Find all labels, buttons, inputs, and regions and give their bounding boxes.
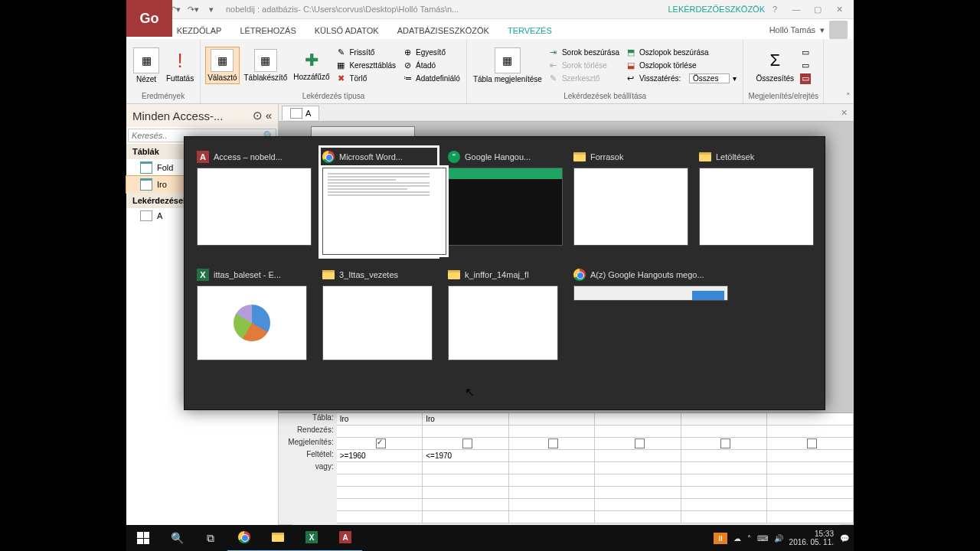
append-button[interactable]: ✚Hozzáfűző bbox=[292, 48, 331, 83]
grid-cell[interactable] bbox=[681, 462, 768, 474]
append-icon: ✚ bbox=[301, 50, 322, 71]
task-view-icon[interactable]: ⧉ bbox=[194, 525, 227, 551]
grid-cell[interactable] bbox=[681, 413, 768, 425]
tray-action-center-icon[interactable]: 💬 bbox=[840, 534, 849, 543]
grid-show-checkbox[interactable] bbox=[595, 438, 681, 450]
collapse-ribbon-icon[interactable]: ˄ bbox=[846, 92, 851, 102]
grid-cell[interactable] bbox=[337, 462, 423, 474]
switch-item-folder-ittas[interactable]: 3_Ittas_vezetes bbox=[322, 267, 436, 360]
grid-cell[interactable] bbox=[681, 425, 768, 438]
close-icon[interactable]: ✕ bbox=[829, 5, 849, 15]
table-names-button[interactable]: ▭ bbox=[799, 73, 812, 85]
user-account[interactable]: Holló Tamás ▾ bbox=[769, 21, 854, 39]
grid-cell[interactable]: Iro bbox=[423, 413, 509, 425]
query-design-grid[interactable]: Tábla: Iro Iro Rendezés: bbox=[279, 412, 854, 536]
switch-item-word[interactable]: Microsoft Word... bbox=[322, 149, 436, 255]
start-button[interactable] bbox=[126, 525, 160, 551]
maximize-icon[interactable]: ▢ bbox=[808, 5, 828, 15]
taskbar-access[interactable]: A bbox=[328, 524, 362, 551]
tray-clock[interactable]: 15:33 2016. 05. 11. bbox=[789, 530, 834, 546]
grid-cell[interactable] bbox=[337, 425, 423, 438]
tab-database-tools[interactable]: ADATBÁZISESZKÖZÖK bbox=[388, 22, 498, 39]
switch-item-folder-kinffor[interactable]: k_inffor_14maj_fl bbox=[448, 267, 561, 360]
view-button[interactable]: ▦Nézet bbox=[131, 46, 162, 85]
folder-icon bbox=[322, 269, 335, 281]
grid-show-checkbox[interactable] bbox=[681, 438, 768, 450]
grid-cell[interactable] bbox=[767, 425, 854, 438]
grid-cell[interactable] bbox=[767, 413, 854, 425]
tray-chevron-icon[interactable]: ˄ bbox=[747, 534, 751, 543]
grid-show-checkbox[interactable] bbox=[509, 438, 596, 450]
doc-tab-a[interactable]: A bbox=[282, 106, 319, 120]
datadef-query-button[interactable]: ≔Adatdefiniáló bbox=[400, 73, 462, 85]
show-table-button[interactable]: ▦Tábla megjelenítése bbox=[472, 46, 544, 85]
grid-show-checkbox[interactable] bbox=[767, 438, 854, 450]
tray-notification-icon[interactable]: ⏸ bbox=[714, 533, 727, 544]
grid-cell[interactable] bbox=[767, 462, 854, 474]
switch-item-hangouts-popup[interactable]: A(z) Google Hangouts mego... bbox=[573, 267, 727, 360]
nav-header[interactable]: Minden Access-... ⊙ « bbox=[126, 104, 278, 127]
select-query-button[interactable]: ▦Választó bbox=[205, 47, 239, 84]
qat-customize-icon[interactable]: ▾ bbox=[204, 2, 218, 16]
switch-item-letoltesek[interactable]: Letöltések bbox=[699, 149, 812, 255]
tray-onedrive-icon[interactable]: ☁ bbox=[733, 534, 741, 543]
grid-cell[interactable] bbox=[509, 450, 596, 462]
maketable-button[interactable]: ▦Táblakészítő bbox=[243, 47, 289, 83]
union-query-button[interactable]: ⊕Egyesítő bbox=[400, 47, 462, 59]
grid-cell[interactable]: Iro bbox=[337, 413, 423, 425]
crosstab-query-button[interactable]: ▦Kereszttáblás bbox=[334, 60, 397, 72]
tray-volume-icon[interactable]: 🔊 bbox=[774, 534, 783, 543]
help-icon[interactable]: ? bbox=[765, 5, 785, 15]
grid-cell[interactable] bbox=[595, 413, 681, 425]
grid-cell[interactable] bbox=[509, 425, 596, 438]
taskbar-explorer[interactable] bbox=[261, 524, 295, 551]
return-value[interactable]: Összes bbox=[689, 73, 730, 83]
grid-cell[interactable] bbox=[595, 450, 681, 462]
delete-cols-button[interactable]: ⬓Oszlopok törlése bbox=[624, 60, 738, 72]
grid-cell[interactable] bbox=[595, 425, 681, 438]
switch-item-hangouts[interactable]: "Google Hangou... bbox=[448, 149, 561, 255]
grid-cell[interactable] bbox=[509, 462, 596, 474]
builder-button[interactable]: ✎Szerkesztő bbox=[547, 73, 621, 85]
property-sheet-button[interactable]: ▭ bbox=[799, 60, 812, 72]
grid-show-checkbox[interactable] bbox=[423, 438, 509, 450]
run-button[interactable]: !Futtatás bbox=[165, 47, 195, 84]
grid-cell[interactable] bbox=[767, 450, 854, 462]
tab-home[interactable]: KEZDŐLAP bbox=[168, 22, 231, 39]
nav-collapse-icon[interactable]: « bbox=[266, 109, 272, 122]
delete-query-button[interactable]: ✖Törlő bbox=[334, 73, 397, 85]
chrome-icon bbox=[238, 531, 250, 543]
taskbar-chrome[interactable] bbox=[227, 524, 261, 551]
grid-cell[interactable] bbox=[595, 462, 681, 474]
insert-cols-button[interactable]: ⬒Oszlopok beszúrása bbox=[624, 47, 738, 59]
tab-external-data[interactable]: KÜLSŐ ADATOK bbox=[305, 22, 388, 39]
delete-rows-icon: ⇤ bbox=[548, 60, 559, 71]
switch-item-excel[interactable]: Xittas_baleset - E... bbox=[197, 267, 310, 360]
grid-cell[interactable] bbox=[423, 425, 509, 438]
taskbar-search-icon[interactable]: 🔍 bbox=[160, 525, 194, 551]
grid-cell[interactable] bbox=[423, 462, 509, 474]
switch-item-access[interactable]: AAccess – nobeld... bbox=[197, 149, 310, 255]
parameters-button[interactable]: ▭ bbox=[799, 47, 812, 59]
tab-create[interactable]: LÉTREHOZÁS bbox=[230, 22, 305, 39]
update-query-button[interactable]: ✎Frissítő bbox=[334, 47, 397, 59]
passthrough-query-button[interactable]: ⊘Átadó bbox=[400, 60, 462, 72]
tab-design[interactable]: TERVEZÉS bbox=[498, 22, 561, 39]
delete-rows-button[interactable]: ⇤Sorok törlése bbox=[547, 60, 621, 72]
system-tray[interactable]: ⏸ ☁ ˄ ⌨ 🔊 15:33 2016. 05. 11. 💬 bbox=[714, 530, 854, 546]
taskbar-excel[interactable]: X bbox=[295, 524, 328, 551]
grid-criteria-cell[interactable]: <=1970 bbox=[423, 450, 509, 462]
grid-cell[interactable] bbox=[681, 450, 768, 462]
switch-item-forrasok[interactable]: Forrasok bbox=[573, 149, 687, 255]
totals-button[interactable]: ΣÖsszesítés bbox=[755, 47, 795, 84]
grid-criteria-cell[interactable]: >=1960 bbox=[337, 450, 423, 462]
doc-tab-close-icon[interactable]: ✕ bbox=[835, 108, 854, 118]
nav-dropdown-icon[interactable]: ⊙ bbox=[253, 109, 263, 122]
grid-show-checkbox[interactable] bbox=[337, 438, 423, 450]
grid-cell[interactable] bbox=[509, 413, 596, 425]
return-control[interactable]: ↩Visszatérés: Összes▾ bbox=[624, 73, 738, 85]
minimize-icon[interactable]: — bbox=[786, 5, 806, 15]
insert-rows-button[interactable]: ⇥Sorok beszúrása bbox=[547, 47, 621, 59]
tray-keyboard-icon[interactable]: ⌨ bbox=[757, 534, 768, 543]
redo-icon[interactable]: ↷▾ bbox=[186, 2, 200, 16]
